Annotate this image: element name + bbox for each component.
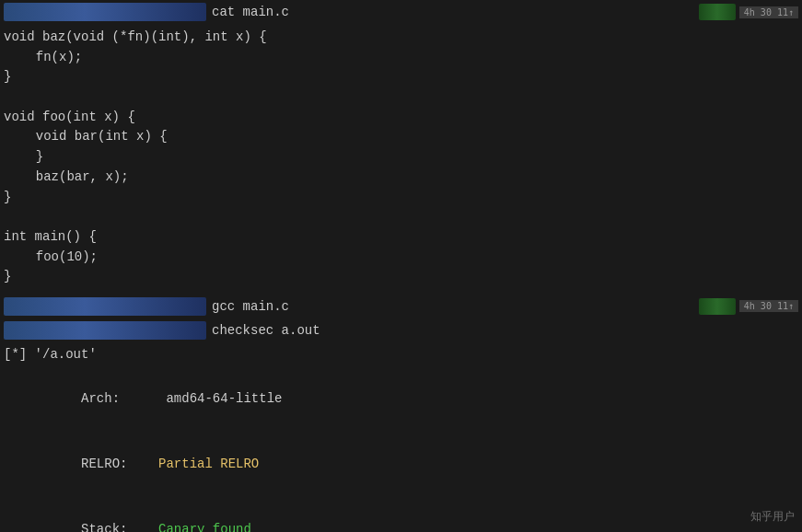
relro-label: RELRO: (50, 457, 150, 471)
code-line-11: int main() { (4, 227, 802, 248)
git-badge-2 (699, 298, 736, 315)
code-line-12: foo(10); (4, 248, 802, 268)
time-badge-2: 4h 30 11↑ (739, 300, 798, 312)
checksec-relro: RELRO: Partial RELRO (4, 432, 798, 497)
code-line-1: void baz(void (*fn)(int), int x) { (4, 28, 802, 48)
checksec-stack: Stack: Canary found (4, 498, 798, 532)
git-badge-1 (699, 4, 736, 20)
code-block: void baz(void (*fn)(int), int x) { fn(x)… (0, 24, 802, 291)
stack-value: Canary found (151, 522, 251, 532)
cat-command-row: cat main.c 4h 30 11↑ (0, 0, 802, 24)
cat-command: cat main.c (212, 5, 289, 19)
gcc-command: gcc main.c (212, 299, 289, 314)
user-badge-2 (4, 297, 206, 316)
code-line-2: fn(x); (4, 48, 802, 68)
checksec-header: [*] '/a.out' (4, 344, 798, 366)
checksec-arch: Arch: amd64-64-little (4, 366, 798, 432)
code-line-6: void bar(int x) { (4, 127, 802, 147)
code-line-13: } (4, 267, 802, 287)
gcc-command-row: gcc main.c 4h 30 11↑ (0, 295, 802, 318)
code-line-9: } (4, 188, 802, 208)
right-info-2: 4h 30 11↑ (699, 298, 798, 315)
code-line-4 (4, 87, 802, 108)
time-badge-1: 4h 30 11↑ (739, 6, 798, 18)
checksec-command: checksec a.out (212, 323, 320, 338)
right-info-1: 4h 30 11↑ (699, 4, 798, 20)
user-badge-3 (4, 321, 206, 340)
checksec-output: [*] '/a.out' Arch: amd64-64-little RELRO… (0, 342, 802, 532)
checksec-command-row: checksec a.out (0, 318, 802, 342)
watermark: 知乎用户 (750, 509, 795, 525)
code-line-8: baz(bar, x); (4, 168, 802, 188)
user-badge-1 (4, 3, 206, 21)
relro-value: Partial RELRO (151, 457, 260, 471)
arch-value: amd64-64-little (151, 391, 283, 406)
stack-label: Stack: (50, 522, 150, 532)
code-line-5: void foo(int x) { (4, 108, 802, 128)
code-line-10 (4, 207, 802, 227)
terminal: cat main.c 4h 30 11↑ void baz(void (*fn)… (0, 0, 802, 532)
arch-label: Arch: (50, 391, 150, 406)
code-line-7: } (4, 147, 802, 168)
code-line-3: } (4, 67, 802, 87)
